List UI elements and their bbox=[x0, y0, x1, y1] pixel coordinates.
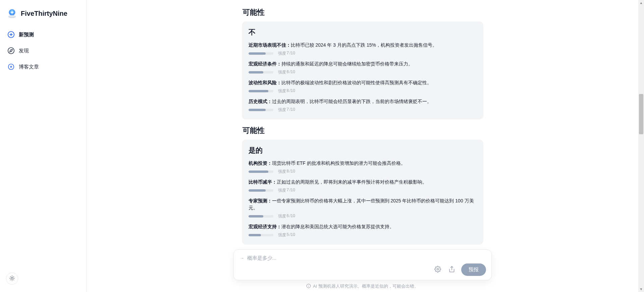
theme-toggle-button[interactable] bbox=[6, 273, 18, 285]
composer: → bbox=[233, 249, 492, 280]
strength-bar bbox=[249, 189, 273, 192]
sidebar-item-discover[interactable]: 发现 bbox=[5, 44, 82, 58]
strength-label: 强度8 /10 bbox=[278, 169, 295, 175]
share-icon bbox=[448, 266, 455, 274]
argument: 比特币减半：正如过去的周期所见，即将到来的减半事件预计将对价格产生积极影响。 强… bbox=[249, 179, 477, 193]
strength-label: 强度7 /10 bbox=[278, 51, 295, 56]
svg-line-16 bbox=[10, 280, 11, 280]
share-button[interactable] bbox=[447, 265, 457, 275]
svg-point-2 bbox=[9, 15, 16, 17]
sun-icon bbox=[9, 275, 15, 282]
scrollbar-thumb[interactable] bbox=[639, 94, 643, 134]
strength-bar bbox=[249, 52, 273, 55]
argument-text: 历史模式：过去的周期表明，比特币可能会经历显著的下跌，当前的市场情绪褒贬不一。 bbox=[249, 98, 477, 105]
card-title-no: 不 bbox=[249, 28, 477, 37]
composer-wrap: → bbox=[87, 249, 638, 292]
argument: 宏观经济支持：潜在的降息和美国总统大选可能为价格复苏提供支持。 强度5 /10 bbox=[249, 223, 477, 238]
section-title-yes: 可能性 bbox=[243, 126, 483, 136]
argument-text: 宏观经济支持：潜在的降息和美国总统大选可能为价格复苏提供支持。 bbox=[249, 223, 477, 230]
argument-text: 宏观经济条件：持续的通胀和延迟的降息可能会继续给加密货币价格带来压力。 bbox=[249, 60, 477, 67]
argument: 历史模式：过去的周期表明，比特币可能会经历显著的下跌，当前的市场情绪褒贬不一。 … bbox=[249, 98, 477, 113]
argument: 专家预测：一些专家预测比特币的价格将大幅上涨，其中一些预测到 2025 年比特币… bbox=[249, 197, 477, 219]
strength-bar bbox=[249, 71, 273, 74]
brand-name: FiveThirtyNine bbox=[21, 10, 67, 17]
card-title-yes: 是的 bbox=[249, 146, 477, 155]
prompt-input[interactable] bbox=[247, 255, 485, 261]
window-scrollbar[interactable]: ▲ ▼ bbox=[638, 0, 644, 292]
argument: 近期市场表现不佳：比特币已较 2024 年 3 月的高点下跌 15%，机构投资者… bbox=[249, 42, 477, 56]
strength-label: 强度8 /10 bbox=[278, 88, 295, 94]
main-area: 可能性 不 近期市场表现不佳：比特币已较 2024 年 3 月的高点下跌 15%… bbox=[87, 0, 638, 292]
sidebar: FiveThirtyNine 新预测 bbox=[0, 0, 87, 292]
settings-button[interactable] bbox=[433, 265, 442, 275]
svg-point-9 bbox=[11, 277, 13, 279]
disclaimer: AI 预测机器人研究演示。概率是近似的，可能会出错。 bbox=[306, 284, 418, 289]
plus-circle-icon bbox=[7, 31, 15, 38]
sidebar-item-label: 博客文章 bbox=[19, 64, 39, 70]
argument-text: 机构投资：现货比特币 ETF 的批准和机构投资增加的潜力可能会推高价格。 bbox=[249, 160, 477, 167]
scroll-area[interactable]: 可能性 不 近期市场表现不佳：比特币已较 2024 年 3 月的高点下跌 15%… bbox=[87, 0, 638, 292]
strength-bar bbox=[249, 171, 273, 173]
sidebar-nav: 新预测 发现 博客文章 bbox=[5, 28, 82, 74]
svg-marker-7 bbox=[10, 49, 12, 52]
strength-label: 强度6 /10 bbox=[278, 213, 295, 219]
disclaimer-text: AI 预测机器人研究演示。概率是近似的，可能会出错。 bbox=[313, 284, 418, 289]
argument: 机构投资：现货比特币 ETF 的批准和机构投资增加的潜力可能会推高价格。 强度8… bbox=[249, 160, 477, 175]
sidebar-item-new-forecast[interactable]: 新预测 bbox=[5, 28, 82, 42]
card-yes: 是的 机构投资：现货比特币 ETF 的批准和机构投资增加的潜力可能会推高价格。 … bbox=[242, 140, 483, 245]
strength-bar bbox=[249, 215, 273, 217]
brand-logo-icon bbox=[7, 8, 17, 19]
sidebar-item-label: 发现 bbox=[19, 48, 29, 54]
scroll-up-icon[interactable]: ▲ bbox=[638, 0, 644, 6]
gear-icon bbox=[434, 266, 441, 274]
content: 可能性 不 近期市场表现不佳：比特币已较 2024 年 3 月的高点下跌 15%… bbox=[242, 0, 483, 245]
strength-label: 强度7 /10 bbox=[278, 188, 295, 193]
section-title-no: 可能性 bbox=[243, 7, 483, 17]
sidebar-item-blog[interactable]: 博客文章 bbox=[5, 60, 82, 74]
svg-point-18 bbox=[437, 268, 438, 270]
strength-bar bbox=[249, 234, 273, 236]
strength-label: 强度7 /10 bbox=[278, 107, 295, 113]
compass-icon bbox=[7, 47, 15, 54]
svg-line-13 bbox=[13, 280, 14, 280]
strength-label: 强度5 /10 bbox=[278, 232, 295, 238]
info-icon bbox=[306, 284, 311, 289]
brand[interactable]: FiveThirtyNine bbox=[5, 6, 82, 21]
card-no: 不 近期市场表现不佳：比特币已较 2024 年 3 月的高点下跌 15%，机构投… bbox=[242, 21, 483, 119]
arrow-right-icon: → bbox=[240, 255, 245, 261]
svg-point-6 bbox=[8, 48, 14, 54]
argument-text: 波动性和风险：比特币的极端波动性和剧烈价格波动的可能性使得高预测具有不确定性。 bbox=[249, 79, 477, 86]
sidebar-item-label: 新预测 bbox=[19, 32, 34, 38]
argument: 波动性和风险：比特币的极端波动性和剧烈价格波动的可能性使得高预测具有不确定性。 … bbox=[249, 79, 477, 94]
argument-text: 专家预测：一些专家预测比特币的价格将大幅上涨，其中一些预测到 2025 年比特币… bbox=[249, 197, 477, 211]
svg-line-12 bbox=[10, 276, 11, 277]
svg-line-17 bbox=[13, 276, 14, 277]
strength-label: 强度6 /10 bbox=[278, 69, 295, 75]
forecast-button[interactable]: 预报 bbox=[461, 263, 486, 276]
argument-text: 近期市场表现不佳：比特币已较 2024 年 3 月的高点下跌 15%，机构投资者… bbox=[249, 42, 477, 49]
argument-text: 比特币减半：正如过去的周期所见，即将到来的减半事件预计将对价格产生积极影响。 bbox=[249, 179, 477, 186]
ai-sparkle-icon bbox=[7, 63, 15, 70]
strength-bar bbox=[249, 90, 273, 92]
argument: 宏观经济条件：持续的通胀和延迟的降息可能会继续给加密货币价格带来压力。 强度6 … bbox=[249, 60, 477, 75]
scroll-down-icon[interactable]: ▼ bbox=[638, 286, 644, 292]
strength-bar bbox=[249, 109, 273, 111]
